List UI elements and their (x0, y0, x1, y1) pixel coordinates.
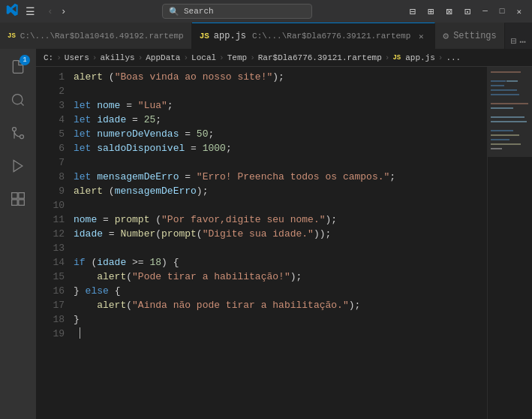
menu-icon[interactable]: ☰ (26, 5, 35, 18)
svg-rect-10 (491, 80, 506, 82)
code-line-16: } else { (74, 284, 487, 298)
code-line-1: alert ("Boas vinda ao nosso site!"); (74, 70, 487, 84)
code-line-13 (74, 241, 487, 255)
code-content[interactable]: alert ("Boas vinda ao nosso site!"); let… (71, 67, 487, 419)
svg-point-2 (20, 135, 24, 139)
code-line-19 (74, 327, 487, 341)
tab-label: C:\...\Rar$Dla10416.49192.rartemp (20, 32, 184, 41)
svg-rect-13 (491, 89, 517, 91)
tab-appjs-path: C:\...\Rar$Dla6776.39121.rartemp (252, 32, 410, 41)
code-line-8: let mensagemDeErro = "Erro! Preencha tod… (74, 170, 487, 184)
settings-icon: ⚙ (443, 30, 449, 42)
code-line-17: alert("Ainda não pode tirar a habilitaçã… (74, 298, 487, 312)
code-line-4: let idade = 25; (74, 113, 487, 127)
toggle-panel-btn[interactable]: ⊟ (509, 34, 518, 49)
tab-appjs[interactable]: JS app.js C:\...\Rar$Dla6776.39121.rarte… (192, 23, 436, 49)
code-line-2 (74, 84, 487, 98)
code-editor[interactable]: 12345678910111213141516171819 alert ("Bo… (36, 67, 532, 419)
tab-close-btn[interactable]: ✕ (415, 30, 427, 42)
svg-rect-6 (19, 193, 25, 199)
main-area: 1 C: › Users › (0, 49, 532, 419)
tab-settings-label: Settings (453, 31, 497, 41)
tab-more-btn[interactable]: ⋯ (520, 35, 526, 48)
line-numbers: 12345678910111213141516171819 (36, 67, 71, 419)
layout-icon3[interactable]: ⊡ (460, 4, 475, 20)
svg-rect-17 (491, 116, 524, 118)
breadcrumb: C: › Users › akillys › AppData › Local ›… (36, 49, 532, 67)
layout-icon2[interactable]: ⊠ (441, 4, 456, 20)
code-line-18: } (74, 312, 487, 327)
svg-point-3 (13, 128, 17, 131)
tabbar: JS C:\...\Rar$Dla10416.49192.rartemp JS … (0, 23, 532, 49)
svg-rect-23 (491, 148, 502, 149)
code-line-15: alert("Pode tirar a habilitação!"); (74, 270, 487, 284)
svg-point-0 (13, 95, 23, 104)
svg-rect-20 (491, 134, 519, 136)
breadcrumb-appjs[interactable]: app.js (405, 53, 435, 62)
layout-split-icon[interactable]: ⊞ (423, 4, 438, 20)
svg-rect-9 (491, 71, 521, 73)
breadcrumb-js-icon: JS (392, 54, 401, 62)
close-btn[interactable]: ✕ (512, 5, 526, 18)
tab-appjs-label: app.js (214, 31, 246, 41)
search-activity-icon[interactable] (3, 85, 33, 115)
svg-marker-4 (14, 161, 23, 172)
svg-rect-5 (12, 193, 18, 199)
code-line-6: let saldoDisponivel = 1000; (74, 141, 487, 155)
svg-rect-21 (491, 139, 509, 140)
code-line-5: let numeroDeVendas = 50; (74, 127, 487, 141)
code-line-10 (74, 198, 487, 213)
editor-area: C: › Users › akillys › AppData › Local ›… (36, 49, 532, 419)
breadcrumb-ellipsis[interactable]: ... (446, 53, 461, 62)
search-label: Search (184, 7, 214, 16)
svg-rect-12 (491, 85, 504, 86)
svg-rect-18 (491, 121, 527, 122)
files-badge: 1 (20, 55, 30, 65)
breadcrumb-users[interactable]: Users (65, 53, 89, 62)
vscode-icon (6, 3, 20, 20)
breadcrumb-appdata[interactable]: AppData (146, 53, 180, 62)
minimap (487, 67, 532, 419)
breadcrumb-temp[interactable]: Temp (227, 53, 247, 62)
svg-rect-22 (491, 143, 521, 145)
run-debug-icon[interactable] (3, 151, 33, 181)
search-icon: 🔍 (169, 7, 179, 17)
svg-rect-15 (491, 103, 528, 104)
code-line-14: if (idade >= 18) { (74, 255, 487, 270)
breadcrumb-akillys[interactable]: akillys (100, 53, 134, 62)
svg-rect-7 (12, 200, 18, 206)
svg-rect-16 (491, 107, 513, 109)
breadcrumb-rartemp[interactable]: Rar$Dla6776.39121.rartemp (258, 53, 382, 62)
nav-back-btn[interactable]: ‹ (44, 5, 56, 19)
code-line-7 (74, 155, 487, 170)
tab-js-icon: JS (8, 32, 16, 40)
code-line-9: alert (mensagemDeErro); (74, 184, 487, 198)
maximize-btn[interactable]: □ (495, 5, 509, 17)
tab-file1[interactable]: JS C:\...\Rar$Dla10416.49192.rartemp (0, 23, 192, 49)
activity-bar: 1 (0, 49, 36, 419)
svg-line-1 (21, 103, 24, 106)
svg-rect-14 (491, 94, 519, 95)
svg-rect-19 (491, 130, 513, 131)
source-control-icon[interactable] (3, 118, 33, 148)
extensions-icon[interactable] (3, 184, 33, 214)
tab-layout-controls: ⊟ ⋯ (509, 34, 532, 49)
tab-js-icon-active: JS (200, 32, 209, 41)
code-line-12: idade = Number(prompt("Digite sua idade.… (74, 227, 487, 241)
svg-rect-8 (19, 200, 25, 206)
files-icon[interactable]: 1 (3, 52, 33, 82)
tab-settings[interactable]: ⚙ Settings (435, 23, 504, 49)
breadcrumb-c[interactable]: C: (44, 53, 53, 62)
breadcrumb-local[interactable]: Local (191, 53, 216, 62)
search-bar[interactable]: 🔍 Search (162, 4, 312, 19)
layout-icon[interactable]: ⊟ (404, 4, 419, 20)
titlebar: ☰ ‹ › 🔍 Search ⊟ ⊞ ⊠ ⊡ ─ □ ✕ (0, 0, 532, 23)
minimize-btn[interactable]: ─ (478, 5, 492, 17)
nav-forward-btn[interactable]: › (58, 5, 70, 19)
code-line-3: let nome = "Lua"; (74, 98, 487, 113)
svg-rect-11 (506, 80, 518, 82)
code-line-11: nome = prompt ("Por favor,digite seu nom… (74, 213, 487, 227)
